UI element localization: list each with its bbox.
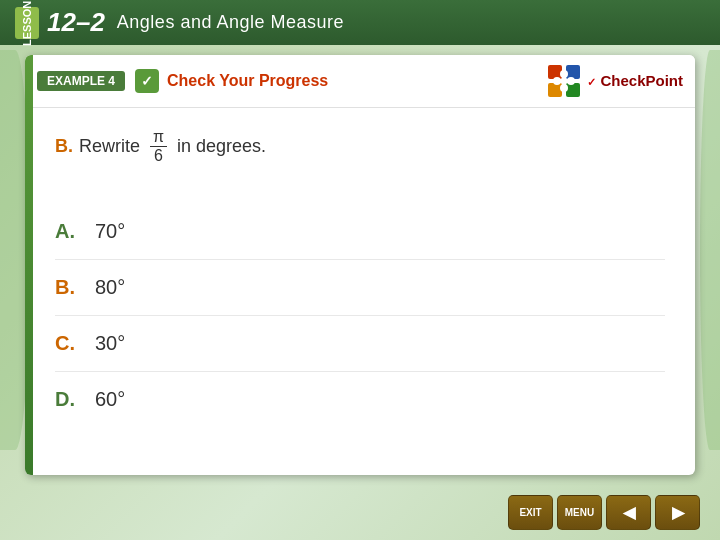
option-d-letter: D.: [55, 388, 85, 411]
check-your-progress-label: Check Your Progress: [167, 72, 328, 90]
option-b-value: 80°: [95, 276, 125, 299]
check-icon: ✓: [135, 69, 159, 93]
question-label: B.: [55, 136, 73, 157]
svg-rect-0: [548, 65, 562, 79]
question-text-after: in degrees.: [177, 136, 266, 157]
fraction-denominator: 6: [151, 147, 166, 165]
svg-rect-2: [548, 83, 562, 97]
example-header: EXAMPLE 4 ✓ Check Your Progress ✓ CheckP…: [25, 55, 695, 108]
question-text: B. Rewrite π 6 in degrees.: [55, 128, 665, 164]
exit-button[interactable]: EXIT: [508, 495, 553, 530]
answer-row-a[interactable]: A. 70°: [55, 204, 665, 260]
fraction-display: π 6: [150, 128, 167, 164]
card-left-decoration: [25, 55, 33, 475]
lesson-number: 12–2: [47, 7, 105, 38]
header-bar: LESSON 12–2 Angles and Angle Measure: [0, 0, 720, 45]
svg-rect-3: [566, 83, 580, 97]
option-d-value: 60°: [95, 388, 125, 411]
option-c-letter: C.: [55, 332, 85, 355]
svg-rect-6: [567, 77, 575, 85]
content-card: EXAMPLE 4 ✓ Check Your Progress ✓ CheckP…: [25, 55, 695, 475]
option-a-value: 70°: [95, 220, 125, 243]
answer-row-b[interactable]: B. 80°: [55, 260, 665, 316]
option-c-value: 30°: [95, 332, 125, 355]
checkpoint-text: ✓ CheckPoint: [587, 72, 683, 90]
question-text-before: Rewrite: [79, 136, 140, 157]
next-button[interactable]: ▶: [655, 495, 700, 530]
lesson-label: LESSON: [15, 7, 39, 39]
checkpoint-puzzle-icon: [546, 63, 582, 99]
svg-rect-7: [560, 84, 568, 92]
bottom-navigation: EXIT MENU ◀ ▶: [508, 495, 700, 530]
lesson-title: Angles and Angle Measure: [117, 12, 344, 33]
fraction-numerator: π: [150, 128, 167, 147]
answer-row-c[interactable]: C. 30°: [55, 316, 665, 372]
example-badge: EXAMPLE 4: [37, 71, 125, 91]
menu-button[interactable]: MENU: [557, 495, 602, 530]
checkpoint-logo: ✓ CheckPoint: [546, 63, 683, 99]
answer-row-d[interactable]: D. 60°: [55, 372, 665, 427]
leaf-decoration-right: [700, 50, 720, 450]
answer-options: A. 70° B. 80° C. 30° D. 60°: [25, 204, 695, 427]
svg-rect-5: [553, 77, 561, 85]
svg-rect-1: [566, 65, 580, 79]
option-b-letter: B.: [55, 276, 85, 299]
option-a-letter: A.: [55, 220, 85, 243]
svg-rect-4: [560, 70, 568, 78]
question-section: B. Rewrite π 6 in degrees.: [25, 108, 695, 204]
previous-button[interactable]: ◀: [606, 495, 651, 530]
